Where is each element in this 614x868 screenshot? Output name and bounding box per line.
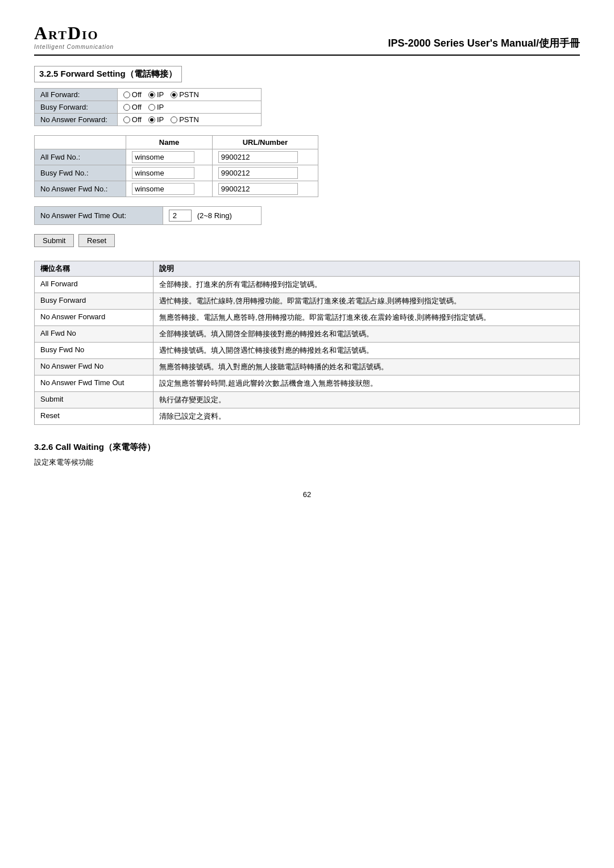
name-url-url-input[interactable] — [212, 181, 318, 197]
desc-field-name: Busy Forward — [35, 293, 154, 310]
desc-field-name: Submit — [35, 392, 154, 408]
fwd-time-value-cell: (2~8 Ring) — [163, 207, 261, 225]
logo-dio: D — [68, 23, 82, 43]
radio-item[interactable]: IP — [148, 103, 164, 111]
desc-field-name: Busy Fwd No — [35, 343, 154, 359]
col-url-header: URL/Number — [212, 136, 318, 149]
radio-label: PSTN — [179, 90, 199, 99]
desc-field-name: No Answer Fwd No — [35, 359, 154, 375]
section-326-desc: 設定來電等候功能 — [34, 457, 580, 468]
radio-dot — [123, 104, 130, 111]
radio-item[interactable]: Off — [123, 115, 142, 124]
description-table: 欄位名稱 說明 All Forward全部轉接。打進來的所有電話都轉撥到指定號碼… — [34, 261, 580, 425]
logo-art: A — [34, 23, 48, 43]
radio-label: PSTN — [179, 115, 199, 124]
radio-item[interactable]: PSTN — [171, 90, 199, 99]
radio-dot — [148, 104, 155, 111]
radio-item[interactable]: PSTN — [171, 115, 199, 124]
desc-field-desc: 全部轉接。打進來的所有電話都轉撥到指定號碼。 — [154, 277, 580, 293]
desc-field-desc: 設定無應答響鈴時間,超過此響鈴次數,話機會進入無應答轉接狀態。 — [154, 375, 580, 392]
desc-field-desc: 遇忙轉接。電話忙線時,啓用轉撥功能。即當電話打進來後,若電話占線,則將轉撥到指定… — [154, 293, 580, 310]
submit-button[interactable]: Submit — [34, 234, 74, 247]
name-url-url-input[interactable] — [212, 149, 318, 165]
desc-field-name: No Answer Forward — [35, 310, 154, 326]
radio-label: Off — [132, 103, 142, 111]
manual-title: IPS-2000 Series User's Manual/使用手冊 — [388, 36, 580, 50]
desc-col1-header: 欄位名稱 — [35, 261, 154, 277]
fwd-time-table: No Answer Fwd Time Out: (2~8 Ring) — [34, 206, 262, 225]
section-title-326: 3.2.6 Call Waiting（來電等待） — [34, 442, 580, 453]
radio-dot — [123, 116, 130, 123]
fwd-time-input[interactable] — [169, 210, 192, 222]
reset-button[interactable]: Reset — [78, 234, 115, 247]
radio-forward-table: All Forward:OffIPPSTNBusy Forward:OffIPN… — [34, 88, 262, 126]
name-field[interactable] — [132, 183, 194, 195]
desc-col2-header: 說明 — [154, 261, 580, 277]
page-number: 62 — [34, 490, 580, 499]
name-field[interactable] — [132, 151, 194, 163]
submit-area: Submit Reset — [34, 234, 580, 247]
page-header: ArtDio Intelligent Communication IPS-200… — [34, 23, 580, 56]
fwd-time-hint: (2~8 Ring) — [197, 211, 232, 220]
logo-tagline: Intelligent Communication — [34, 44, 114, 50]
logo-area: ArtDio Intelligent Communication — [34, 23, 114, 50]
col-name-header: Name — [126, 136, 212, 149]
radio-row-label: All Forward: — [35, 89, 118, 101]
name-url-row-label: All Fwd No.: — [35, 149, 126, 165]
desc-field-desc: 清除已設定之資料。 — [154, 408, 580, 425]
radio-dot — [171, 116, 177, 123]
desc-field-name: No Answer Fwd Time Out — [35, 375, 154, 392]
radio-dot — [171, 91, 177, 98]
desc-field-name: All Forward — [35, 277, 154, 293]
url-field[interactable] — [218, 151, 298, 163]
name-url-table: Name URL/Number All Fwd No.:Busy Fwd No.… — [34, 135, 318, 197]
radio-label: IP — [157, 115, 164, 124]
radio-row-label: No Answer Forward: — [35, 114, 118, 126]
url-field[interactable] — [218, 167, 298, 179]
logo-rt: rt — [48, 23, 68, 43]
radio-dot — [123, 91, 130, 98]
radio-dot — [148, 91, 155, 98]
desc-field-name: All Fwd No — [35, 326, 154, 343]
name-url-name-input[interactable] — [126, 149, 212, 165]
radio-dot — [148, 116, 155, 123]
radio-label: Off — [132, 115, 142, 124]
radio-item[interactable]: IP — [148, 90, 164, 99]
name-url-row-label: Busy Fwd No.: — [35, 165, 126, 181]
section-title-325: 3.2.5 Forward Setting（電話轉接） — [34, 66, 182, 82]
desc-field-name: Reset — [35, 408, 154, 425]
fwd-time-label-text: No Answer Fwd Time Out: — [40, 211, 126, 220]
desc-field-desc: 遇忙轉接號碼。填入開啓遇忙轉接後對應的轉撥姓名和電話號碼。 — [154, 343, 580, 359]
name-url-name-input[interactable] — [126, 165, 212, 181]
logo-io: io — [82, 23, 99, 43]
radio-row-options: OffIP — [117, 101, 261, 114]
radio-item[interactable]: Off — [123, 90, 142, 99]
desc-field-desc: 全部轉接號碼。填入開啓全部轉接後對應的轉撥姓名和電話號碼。 — [154, 326, 580, 343]
radio-label: IP — [157, 90, 164, 99]
url-field[interactable] — [218, 183, 298, 195]
name-field[interactable] — [132, 167, 194, 179]
name-url-name-input[interactable] — [126, 181, 212, 197]
radio-row-options: OffIPPSTN — [117, 89, 261, 101]
radio-item[interactable]: IP — [148, 115, 164, 124]
desc-field-desc: 執行儲存變更設定。 — [154, 392, 580, 408]
radio-row-label: Busy Forward: — [35, 101, 118, 114]
radio-row-options: OffIPPSTN — [117, 114, 261, 126]
logo: ArtDio — [34, 23, 114, 44]
radio-item[interactable]: Off — [123, 103, 142, 111]
radio-label: IP — [157, 103, 164, 111]
fwd-time-label: No Answer Fwd Time Out: — [35, 207, 163, 225]
radio-label: Off — [132, 90, 142, 99]
name-url-url-input[interactable] — [212, 165, 318, 181]
name-url-row-label: No Answer Fwd No.: — [35, 181, 126, 197]
desc-field-desc: 無應答轉接號碼。填入對應的無人接聽電話時轉播的姓名和電話號碼。 — [154, 359, 580, 375]
col-empty — [35, 136, 126, 149]
desc-field-desc: 無應答轉接。電話無人應答時,啓用轉撥功能。即當電話打進來後,在震鈴逾時後,則將轉… — [154, 310, 580, 326]
